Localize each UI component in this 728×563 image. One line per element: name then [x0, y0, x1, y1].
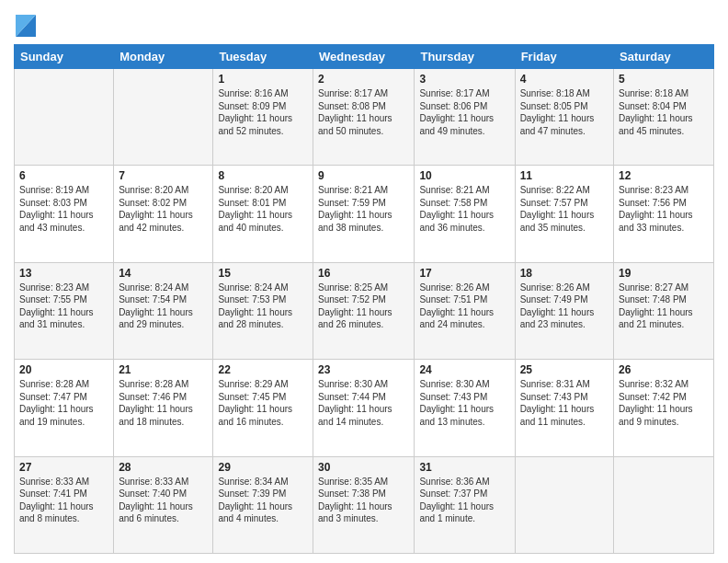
weekday-header-row: SundayMondayTuesdayWednesdayThursdayFrid… — [15, 45, 714, 69]
day-number: 17 — [419, 267, 509, 280]
weekday-header-thursday: Thursday — [415, 45, 515, 69]
day-number: 23 — [318, 363, 409, 376]
day-number: 21 — [119, 363, 208, 376]
day-number: 7 — [119, 169, 208, 182]
day-number: 9 — [318, 169, 409, 182]
calendar-cell: 23Sunrise: 8:30 AM Sunset: 7:44 PM Dayli… — [313, 360, 415, 456]
day-info: Sunrise: 8:32 AM Sunset: 7:42 PM Dayligh… — [619, 378, 709, 428]
day-info: Sunrise: 8:33 AM Sunset: 7:41 PM Dayligh… — [19, 476, 108, 525]
day-number: 19 — [619, 267, 709, 280]
day-number: 16 — [318, 267, 409, 280]
logo-icon — [16, 11, 36, 37]
calendar-week-3: 13Sunrise: 8:23 AM Sunset: 7:55 PM Dayli… — [15, 262, 714, 359]
calendar-cell: 7Sunrise: 8:20 AM Sunset: 8:02 PM Daylig… — [114, 166, 213, 262]
day-info: Sunrise: 8:21 AM Sunset: 7:58 PM Dayligh… — [419, 184, 509, 234]
day-info: Sunrise: 8:30 AM Sunset: 7:43 PM Dayligh… — [419, 378, 509, 428]
weekday-header-monday: Monday — [114, 45, 213, 69]
calendar-cell: 16Sunrise: 8:25 AM Sunset: 7:52 PM Dayli… — [313, 262, 415, 359]
day-info: Sunrise: 8:30 AM Sunset: 7:44 PM Dayligh… — [318, 378, 409, 428]
day-info: Sunrise: 8:17 AM Sunset: 8:08 PM Dayligh… — [318, 87, 409, 137]
day-info: Sunrise: 8:19 AM Sunset: 8:03 PM Dayligh… — [19, 184, 108, 234]
day-info: Sunrise: 8:17 AM Sunset: 8:06 PM Dayligh… — [419, 87, 509, 137]
day-info: Sunrise: 8:25 AM Sunset: 7:52 PM Dayligh… — [318, 282, 409, 331]
calendar-cell: 30Sunrise: 8:35 AM Sunset: 7:38 PM Dayli… — [313, 456, 415, 553]
day-number: 3 — [419, 73, 509, 86]
day-number: 2 — [318, 73, 409, 86]
day-info: Sunrise: 8:29 AM Sunset: 7:45 PM Dayligh… — [218, 378, 308, 428]
calendar-cell — [15, 69, 114, 166]
calendar-cell: 6Sunrise: 8:19 AM Sunset: 8:03 PM Daylig… — [15, 166, 114, 262]
day-number: 13 — [19, 267, 108, 280]
calendar-cell — [515, 456, 613, 553]
logo — [14, 13, 36, 37]
calendar-cell: 25Sunrise: 8:31 AM Sunset: 7:43 PM Dayli… — [515, 360, 613, 456]
day-info: Sunrise: 8:28 AM Sunset: 7:47 PM Dayligh… — [19, 378, 108, 428]
day-number: 24 — [419, 363, 509, 376]
day-info: Sunrise: 8:23 AM Sunset: 7:55 PM Dayligh… — [19, 282, 108, 331]
day-number: 12 — [619, 169, 709, 182]
day-info: Sunrise: 8:28 AM Sunset: 7:46 PM Dayligh… — [119, 378, 208, 428]
calendar-cell: 14Sunrise: 8:24 AM Sunset: 7:54 PM Dayli… — [114, 262, 213, 359]
calendar-cell: 24Sunrise: 8:30 AM Sunset: 7:43 PM Dayli… — [415, 360, 515, 456]
day-info: Sunrise: 8:24 AM Sunset: 7:54 PM Dayligh… — [119, 282, 208, 331]
day-info: Sunrise: 8:20 AM Sunset: 8:01 PM Dayligh… — [218, 184, 308, 234]
calendar-cell: 12Sunrise: 8:23 AM Sunset: 7:56 PM Dayli… — [614, 166, 714, 262]
calendar-cell: 31Sunrise: 8:36 AM Sunset: 7:37 PM Dayli… — [415, 456, 515, 553]
day-number: 1 — [218, 73, 308, 86]
calendar-week-5: 27Sunrise: 8:33 AM Sunset: 7:41 PM Dayli… — [15, 456, 714, 553]
calendar-cell: 9Sunrise: 8:21 AM Sunset: 7:59 PM Daylig… — [313, 166, 415, 262]
calendar-cell: 22Sunrise: 8:29 AM Sunset: 7:45 PM Dayli… — [213, 360, 313, 456]
calendar-week-1: 1Sunrise: 8:16 AM Sunset: 8:09 PM Daylig… — [15, 69, 714, 166]
day-info: Sunrise: 8:24 AM Sunset: 7:53 PM Dayligh… — [218, 282, 308, 331]
day-number: 4 — [520, 73, 609, 86]
day-number: 6 — [19, 169, 108, 182]
calendar-cell: 11Sunrise: 8:22 AM Sunset: 7:57 PM Dayli… — [515, 166, 613, 262]
day-info: Sunrise: 8:26 AM Sunset: 7:49 PM Dayligh… — [520, 282, 609, 331]
day-number: 20 — [19, 363, 108, 376]
calendar-cell: 26Sunrise: 8:32 AM Sunset: 7:42 PM Dayli… — [614, 360, 714, 456]
calendar-cell: 27Sunrise: 8:33 AM Sunset: 7:41 PM Dayli… — [15, 456, 114, 553]
day-number: 30 — [318, 461, 409, 474]
day-info: Sunrise: 8:35 AM Sunset: 7:38 PM Dayligh… — [318, 476, 409, 525]
calendar-cell — [614, 456, 714, 553]
calendar-cell: 1Sunrise: 8:16 AM Sunset: 8:09 PM Daylig… — [213, 69, 313, 166]
calendar-cell: 21Sunrise: 8:28 AM Sunset: 7:46 PM Dayli… — [114, 360, 213, 456]
calendar-table: SundayMondayTuesdayWednesdayThursdayFrid… — [14, 44, 714, 554]
weekday-header-tuesday: Tuesday — [213, 45, 313, 69]
day-number: 8 — [218, 169, 308, 182]
day-info: Sunrise: 8:21 AM Sunset: 7:59 PM Dayligh… — [318, 184, 409, 234]
day-number: 26 — [619, 363, 709, 376]
day-info: Sunrise: 8:16 AM Sunset: 8:09 PM Dayligh… — [218, 87, 308, 137]
calendar-week-4: 20Sunrise: 8:28 AM Sunset: 7:47 PM Dayli… — [15, 360, 714, 456]
day-number: 28 — [119, 461, 208, 474]
day-number: 29 — [218, 461, 308, 474]
day-number: 15 — [218, 267, 308, 280]
day-number: 14 — [119, 267, 208, 280]
day-number: 5 — [619, 73, 709, 86]
day-info: Sunrise: 8:34 AM Sunset: 7:39 PM Dayligh… — [218, 476, 308, 525]
day-info: Sunrise: 8:31 AM Sunset: 7:43 PM Dayligh… — [520, 378, 609, 428]
day-number: 10 — [419, 169, 509, 182]
day-info: Sunrise: 8:20 AM Sunset: 8:02 PM Dayligh… — [119, 184, 208, 234]
weekday-header-saturday: Saturday — [614, 45, 714, 69]
calendar-cell: 3Sunrise: 8:17 AM Sunset: 8:06 PM Daylig… — [415, 69, 515, 166]
day-number: 18 — [520, 267, 609, 280]
page: SundayMondayTuesdayWednesdayThursdayFrid… — [0, 0, 728, 563]
calendar-cell: 10Sunrise: 8:21 AM Sunset: 7:58 PM Dayli… — [415, 166, 515, 262]
weekday-header-friday: Friday — [515, 45, 613, 69]
calendar-cell: 20Sunrise: 8:28 AM Sunset: 7:47 PM Dayli… — [15, 360, 114, 456]
day-number: 31 — [419, 461, 509, 474]
calendar-cell: 29Sunrise: 8:34 AM Sunset: 7:39 PM Dayli… — [213, 456, 313, 553]
day-info: Sunrise: 8:18 AM Sunset: 8:04 PM Dayligh… — [619, 87, 709, 137]
calendar-week-2: 6Sunrise: 8:19 AM Sunset: 8:03 PM Daylig… — [15, 166, 714, 262]
day-info: Sunrise: 8:36 AM Sunset: 7:37 PM Dayligh… — [419, 476, 509, 525]
calendar-cell: 15Sunrise: 8:24 AM Sunset: 7:53 PM Dayli… — [213, 262, 313, 359]
day-info: Sunrise: 8:33 AM Sunset: 7:40 PM Dayligh… — [119, 476, 208, 525]
calendar-cell — [114, 69, 213, 166]
calendar-cell: 19Sunrise: 8:27 AM Sunset: 7:48 PM Dayli… — [614, 262, 714, 359]
day-info: Sunrise: 8:18 AM Sunset: 8:05 PM Dayligh… — [520, 87, 609, 137]
day-info: Sunrise: 8:23 AM Sunset: 7:56 PM Dayligh… — [619, 184, 709, 234]
calendar-cell: 17Sunrise: 8:26 AM Sunset: 7:51 PM Dayli… — [415, 262, 515, 359]
calendar-cell: 5Sunrise: 8:18 AM Sunset: 8:04 PM Daylig… — [614, 69, 714, 166]
day-number: 27 — [19, 461, 108, 474]
